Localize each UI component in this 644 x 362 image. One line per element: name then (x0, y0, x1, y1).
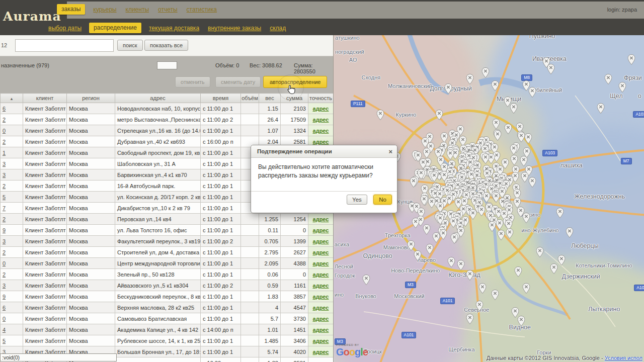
column-header[interactable]: регион (67, 94, 115, 103)
tab-couriers[interactable]: курьеры (92, 5, 117, 15)
map-pin[interactable] (457, 260, 464, 270)
map-pin[interactable] (482, 192, 490, 203)
map-pin[interactable] (477, 206, 485, 216)
column-header[interactable]: вес (259, 94, 281, 103)
map-pin[interactable] (510, 155, 518, 165)
order-id-link[interactable]: 6 (3, 106, 6, 112)
map-pin[interactable] (628, 54, 635, 65)
map-pin[interactable] (479, 283, 487, 294)
subtab-internal-orders[interactable]: внутренние заказы (207, 23, 262, 33)
map-pin[interactable] (497, 230, 505, 240)
map-pin[interactable] (491, 290, 499, 300)
order-id-link[interactable]: 4 (3, 327, 6, 333)
change-date-button[interactable]: сменить дату (215, 76, 261, 87)
map-pin[interactable] (520, 156, 528, 166)
order-id-link[interactable]: 5 (3, 194, 6, 200)
map-pin[interactable] (431, 171, 438, 182)
table-row[interactable]: 9Клиент ЗаботлтМоскваБескудниковский пер… (1, 291, 334, 302)
address-accuracy-link[interactable]: адрес (313, 272, 329, 278)
subtab-warehouse[interactable]: склад (269, 23, 287, 33)
map-pin[interactable] (496, 219, 503, 230)
map-pin[interactable] (488, 221, 496, 232)
map-pin[interactable] (522, 213, 530, 223)
order-id-link[interactable]: 0 (3, 316, 6, 322)
subtab-distribution[interactable]: распределение (89, 23, 141, 33)
map-pin[interactable] (475, 301, 483, 311)
order-id-link[interactable]: 2 (3, 249, 6, 255)
map-pin[interactable] (466, 314, 474, 324)
map-pin[interactable] (466, 270, 474, 281)
map-pin[interactable] (451, 233, 458, 244)
cancel-button[interactable]: отменить (175, 76, 210, 87)
map-pin[interactable] (408, 240, 415, 251)
map-pin[interactable] (505, 124, 512, 134)
map-pin[interactable] (517, 132, 525, 142)
map-pin[interactable] (482, 153, 490, 164)
address-accuracy-link[interactable]: адрес (313, 227, 329, 233)
map-pin[interactable] (441, 132, 448, 143)
address-accuracy-link[interactable]: адрес (313, 316, 329, 322)
table-row[interactable]: 9Клиент ЗаботлтМоскваул. Льва Толстого 1… (1, 225, 334, 236)
terms-link[interactable]: Условия испол (605, 355, 642, 361)
google-wordmark[interactable]: Google (336, 346, 368, 358)
address-accuracy-link[interactable]: адрес (313, 283, 329, 289)
map-pin[interactable] (597, 103, 604, 114)
map-pin[interactable] (423, 224, 431, 235)
column-header[interactable]: клиент (23, 94, 67, 103)
map-pin[interactable] (482, 67, 490, 78)
yes-button[interactable]: Yes (347, 195, 367, 205)
map-pin[interactable] (376, 110, 384, 120)
table-row[interactable]: 2Клиент ЗаботлтМоскваметро Выставочная.,… (1, 114, 334, 125)
order-id-link[interactable]: 0 (3, 260, 6, 266)
show-all-button[interactable]: показать все (144, 40, 188, 51)
order-id-link[interactable]: 7 (3, 205, 6, 211)
map-pin[interactable] (435, 110, 443, 120)
address-accuracy-link[interactable]: адрес (313, 260, 329, 266)
tab-orders[interactable]: заказы (57, 4, 85, 15)
address-accuracy-link[interactable]: адрес (313, 305, 329, 311)
table-row[interactable]: 2Клиент ЗаботлтМоскваЗеленый пр., 50 кв1… (1, 269, 334, 280)
map-pin[interactable] (547, 64, 554, 74)
order-id-link[interactable]: 2 (3, 139, 6, 145)
table-row[interactable]: 2Клиент ЗаботлтМоскваСтроителей ул, дом … (1, 247, 334, 258)
map-pin[interactable] (536, 247, 544, 257)
order-id-link[interactable]: 2 (3, 216, 6, 222)
address-accuracy-link[interactable]: адрес (313, 249, 329, 255)
autodistribute-button[interactable]: автораспределение (263, 76, 327, 88)
map-pin[interactable] (515, 266, 522, 277)
order-id-link[interactable]: 2 (3, 117, 6, 123)
map-pin[interactable] (506, 228, 514, 239)
table-row[interactable]: 0Клиент ЗаботлтМоскваСтрелецкая ул.,16 к… (1, 125, 334, 136)
table-row[interactable]: 5Клиент ЗаботлтМоскваРублевское шоссе, 1… (1, 335, 334, 346)
address-accuracy-link[interactable]: адрес (313, 128, 329, 134)
map-pin[interactable] (510, 103, 517, 114)
tab-statistics[interactable]: статистика (186, 5, 218, 15)
map-pin[interactable] (529, 177, 536, 188)
map-pin[interactable] (556, 208, 564, 218)
order-id-link[interactable]: 9 (3, 294, 6, 300)
map-pin[interactable] (362, 275, 370, 285)
order-id-link[interactable]: 9 (3, 227, 6, 233)
map-pin[interactable] (550, 263, 558, 274)
filter-mini-input[interactable] (157, 61, 177, 69)
map-pin[interactable] (491, 80, 499, 91)
google-logo[interactable]: POWERED BY Google (336, 343, 368, 358)
map-pin[interactable] (426, 244, 434, 254)
map-pin[interactable] (521, 172, 528, 183)
order-id-link[interactable]: 2 (3, 272, 6, 278)
address-accuracy-link[interactable]: адрес (313, 349, 329, 355)
map-pin[interactable] (466, 74, 474, 84)
order-id-link[interactable]: 2 (3, 183, 6, 189)
map-pin[interactable] (428, 198, 436, 208)
column-header[interactable]: сумма (281, 94, 308, 103)
map-pin[interactable] (558, 255, 566, 265)
map-pin[interactable] (528, 87, 536, 98)
table-row[interactable]: 3Клиент ЗаботлтМоскваФакультетский переу… (1, 236, 334, 247)
order-id-link[interactable]: 3 (3, 161, 6, 167)
column-header[interactable]: ▴ (1, 94, 23, 103)
address-accuracy-link[interactable]: адрес (313, 139, 329, 145)
column-header[interactable]: время (201, 94, 241, 103)
map-pin[interactable] (448, 257, 455, 267)
map-pin[interactable] (518, 316, 525, 326)
map-pin[interactable] (618, 82, 626, 93)
